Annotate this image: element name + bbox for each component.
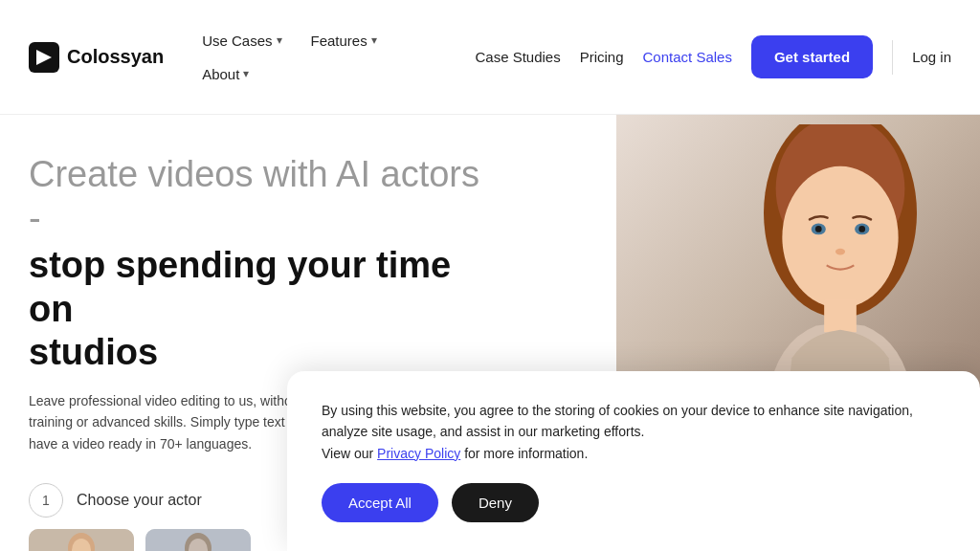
use-cases-chevron-icon: ▾ [277, 33, 282, 47]
cookie-message-text: By using this website, you agree to the … [322, 403, 913, 439]
actor-thumb-2-img [145, 529, 251, 551]
logo-text: Colossyan [67, 46, 164, 68]
nav-right: Case Studies Pricing Contact Sales Get s… [475, 35, 951, 78]
features-chevron-icon: ▾ [371, 33, 377, 47]
use-cases-label: Use Cases [202, 33, 272, 49]
hero-title-bold: stop spending your time on studios [29, 244, 488, 375]
cookie-privacy-suffix: for more information. [464, 446, 588, 461]
cookie-banner: By using this website, you agree to the … [287, 371, 980, 551]
deny-button[interactable]: Deny [452, 483, 539, 522]
svg-point-16 [858, 226, 865, 232]
svg-rect-18 [824, 300, 857, 333]
svg-point-17 [835, 249, 845, 255]
nav-row1: Use Cases ▾ Features ▾ [192, 27, 387, 55]
cookie-buttons: Accept All Deny [322, 483, 946, 522]
get-started-button[interactable]: Get started [751, 35, 873, 78]
privacy-policy-link[interactable]: Privacy Policy [377, 446, 460, 461]
navbar: Colossyan Use Cases ▾ Features ▾ About ▾… [0, 0, 980, 115]
step-number: 1 [29, 483, 63, 518]
svg-point-15 [815, 226, 822, 232]
features-label: Features [311, 33, 368, 49]
step-label: Choose your actor [77, 492, 202, 509]
nav-divider [892, 40, 893, 75]
svg-point-12 [782, 166, 898, 308]
nav-left: Use Cases ▾ Features ▾ About ▾ [192, 27, 387, 88]
actor-thumb-1-img [29, 529, 134, 551]
use-cases-menu[interactable]: Use Cases ▾ [192, 27, 291, 55]
hero-title-bold-line1: stop spending your time on [29, 245, 451, 329]
cookie-message: By using this website, you agree to the … [322, 400, 946, 464]
cookie-privacy-text: View our [322, 446, 373, 461]
actor-thumb-1[interactable] [29, 529, 134, 551]
logo-icon [29, 42, 59, 73]
hero-title-bold-line2: studios [29, 332, 158, 372]
nav-row2: About ▾ [192, 60, 387, 88]
about-menu[interactable]: About ▾ [192, 60, 258, 88]
actor-thumb-2[interactable] [145, 529, 251, 551]
case-studies-link[interactable]: Case Studies [475, 48, 560, 67]
logo[interactable]: Colossyan [29, 42, 164, 73]
contact-sales-link[interactable]: Contact Sales [643, 49, 732, 65]
accept-all-button[interactable]: Accept All [322, 483, 438, 522]
pricing-link[interactable]: Pricing [580, 49, 624, 65]
log-in-link[interactable]: Log in [912, 48, 951, 67]
features-menu[interactable]: Features ▾ [301, 27, 387, 55]
hero-title-light: Create videos with AI actors - [29, 153, 488, 240]
about-label: About [202, 66, 239, 82]
about-chevron-icon: ▾ [243, 67, 249, 80]
